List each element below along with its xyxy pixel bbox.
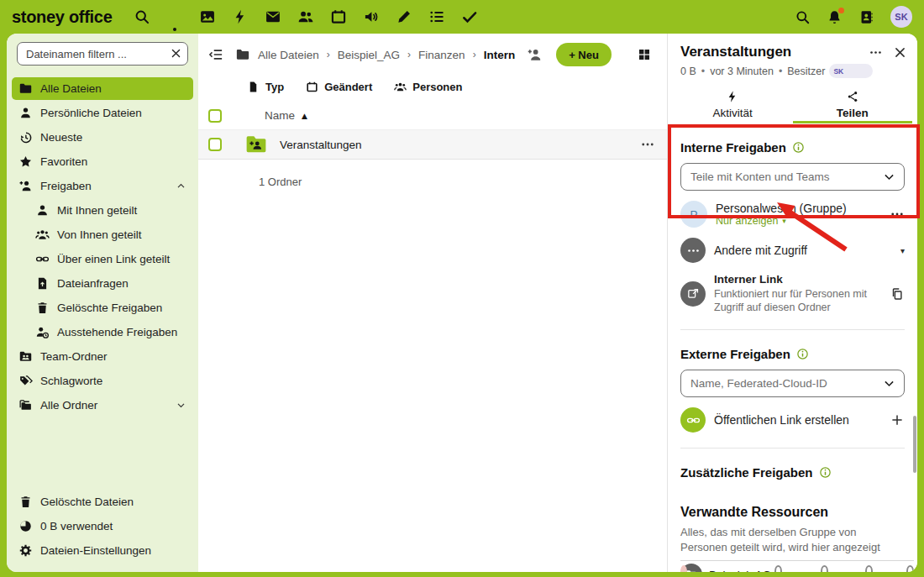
chevron-down-icon[interactable]: [882, 170, 896, 184]
copy-link-icon[interactable]: [890, 286, 905, 302]
sidebar-item-team-ordner[interactable]: Team-Ordner: [12, 345, 193, 368]
sidebar-item-dateianfragen[interactable]: Dateianfragen: [29, 272, 193, 295]
avatar: [680, 565, 687, 572]
details-panel: Veranstaltungen 0 B vor 3 Minuten Besitz…: [668, 34, 917, 572]
sidebar-item-label: Dateianfragen: [57, 277, 129, 290]
info-icon[interactable]: [819, 466, 832, 479]
talk-icon[interactable]: [363, 8, 380, 25]
sidebar-item-über-einen-link-geteilt[interactable]: Über einen Link geteilt: [29, 248, 193, 270]
sort-asc-icon: ▲: [302, 112, 307, 120]
share-options-icon[interactable]: [890, 207, 905, 222]
search-icon[interactable]: [134, 8, 150, 25]
sidebar-item-label: Schlagworte: [40, 375, 102, 387]
search-icon[interactable]: [795, 9, 811, 25]
new-button[interactable]: + Neu: [556, 43, 612, 66]
tasks-icon[interactable]: [428, 8, 445, 25]
user-avatar[interactable]: SK: [890, 6, 912, 28]
row-checkbox[interactable]: [208, 138, 222, 151]
sidebar-item-freigaben[interactable]: Freigaben: [12, 175, 193, 197]
contacts-menu-icon[interactable]: [858, 9, 874, 25]
scrollbar-thumb[interactable]: [913, 416, 916, 473]
info-icon[interactable]: [796, 348, 809, 360]
sidebar-item-gelöschte-dateien[interactable]: Gelöschte Dateien: [12, 490, 193, 513]
others-with-access-row[interactable]: Andere mit Zugriff ▾: [680, 233, 905, 268]
notes-icon[interactable]: [396, 8, 412, 25]
add-link-icon[interactable]: [890, 412, 905, 428]
checkbox[interactable]: [774, 565, 782, 572]
sidebar-item-dateien-einstellungen[interactable]: Dateien-Einstellungen: [12, 539, 193, 562]
shared-indicator-icon[interactable]: [527, 47, 543, 63]
contacts-icon[interactable]: [297, 8, 314, 25]
photos-icon[interactable]: [199, 8, 216, 25]
select-all-checkbox[interactable]: [208, 109, 222, 123]
expand-icon[interactable]: ▾: [900, 246, 905, 255]
shared-folder-icon: [242, 134, 270, 155]
tab-aktivität[interactable]: Aktivität: [673, 85, 793, 123]
share-entry-personalwesen[interactable]: P Personalwesen (Gruppe) Nur anzeigen▾: [680, 196, 905, 233]
share-nodes-icon: [846, 90, 859, 103]
clipped-permission-row: [680, 560, 914, 572]
share-recipient-input[interactable]: [680, 163, 905, 191]
activity-icon[interactable]: [232, 8, 249, 25]
collapse-sidebar-icon[interactable]: [208, 47, 223, 62]
column-name[interactable]: Name ▲: [265, 109, 307, 122]
sidebar-item-alle-dateien[interactable]: Alle Dateien: [12, 77, 193, 100]
breadcrumb-intern[interactable]: Intern: [484, 49, 516, 61]
tab-label: Teilen: [837, 107, 869, 119]
public-link-icon: [680, 407, 706, 433]
done-icon[interactable]: [461, 8, 478, 25]
sidebar-item-label: Neueste: [40, 131, 82, 144]
checkbox[interactable]: [821, 565, 828, 572]
chevron-down-icon[interactable]: [176, 400, 186, 411]
file-list: Veranstaltungen: [198, 130, 667, 160]
notifications-icon[interactable]: [827, 9, 843, 25]
sidebar-item-label: Alle Ordner: [40, 399, 97, 412]
sidebar-item-neueste[interactable]: Neueste: [12, 126, 193, 149]
owner-chip: SK: [829, 64, 873, 78]
person-clock-icon: [35, 325, 50, 339]
file-row-veranstaltungen[interactable]: Veranstaltungen: [198, 130, 667, 160]
sidebar-item-ausstehende-freigaben[interactable]: Ausstehende Freigaben: [29, 321, 193, 344]
file-meta: 0 B vor 3 Minuten Besitzer SK: [680, 64, 905, 78]
share-permission[interactable]: Nur anzeigen▾: [716, 215, 881, 227]
panel-more-actions-icon[interactable]: [869, 45, 883, 60]
breadcrumb-beispiel-ag[interactable]: Beispiel_AG: [338, 49, 400, 61]
divider: [680, 448, 905, 448]
mail-icon[interactable]: [265, 8, 281, 25]
table-header: Name ▲: [198, 102, 667, 130]
others-avatar-icon: [680, 238, 706, 263]
filter-geändert[interactable]: Geändert: [306, 81, 372, 93]
sidebar-item-schlagworte[interactable]: Schlagworte: [12, 370, 193, 392]
filename-filter-input[interactable]: [17, 42, 188, 66]
row-actions-icon[interactable]: [640, 137, 655, 152]
sidebar-item-alle-ordner[interactable]: Alle Ordner: [12, 394, 193, 417]
clear-filter-icon[interactable]: [170, 47, 182, 60]
calendar-icon[interactable]: [330, 8, 347, 25]
files-icon[interactable]: [166, 8, 183, 25]
sidebar-item-mit-ihnen-geteilt[interactable]: Mit Ihnen geteilt: [29, 199, 193, 222]
topbar-app-nav: [134, 8, 478, 25]
filter-typ[interactable]: Typ: [247, 81, 284, 93]
sidebar-item-persönliche-dateien[interactable]: Persönliche Dateien: [12, 102, 193, 124]
federated-input[interactable]: [680, 370, 905, 397]
tab-teilen[interactable]: Teilen: [793, 85, 913, 123]
federated-select: [680, 370, 905, 397]
checkbox[interactable]: [906, 565, 914, 572]
grid-view-icon[interactable]: [637, 47, 652, 62]
chevron-down-icon[interactable]: [882, 376, 896, 391]
info-icon[interactable]: [792, 141, 805, 154]
chevron-up-icon[interactable]: [176, 181, 186, 191]
create-public-link-row[interactable]: Öffentlichen Link erstellen: [680, 402, 905, 438]
sidebar-item-favoriten[interactable]: Favoriten: [12, 150, 193, 173]
sidebar-item-gelöschte-freigaben[interactable]: Gelöschte Freigaben: [29, 296, 193, 319]
breadcrumb-finanzen[interactable]: Finanzen: [418, 49, 465, 61]
breadcrumb-alle-dateien[interactable]: Alle Dateien: [258, 49, 319, 61]
panel-title: Veranstaltungen: [680, 44, 791, 60]
sidebar-nav: Alle DateienPersönliche DateienNeuesteFa…: [12, 77, 193, 417]
checkbox[interactable]: [865, 565, 873, 572]
filter-personen[interactable]: Personen: [394, 81, 462, 93]
sidebar-item-0-b-verwendet[interactable]: 0 B verwendet: [12, 515, 193, 538]
sidebar-item-von-ihnen-geteilt[interactable]: Von Ihnen geteilt: [29, 223, 193, 246]
close-panel-icon[interactable]: [893, 45, 907, 60]
breadcrumb: Alle Dateien›Beispiel_AG›Finanzen›Intern: [235, 47, 515, 62]
